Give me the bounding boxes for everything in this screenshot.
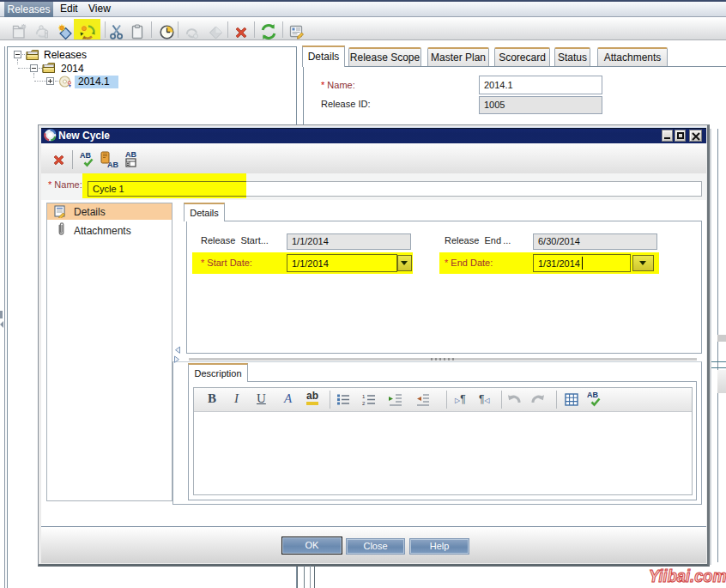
svg-text:2: 2 bbox=[362, 401, 366, 406]
svg-text:1: 1 bbox=[362, 394, 366, 399]
